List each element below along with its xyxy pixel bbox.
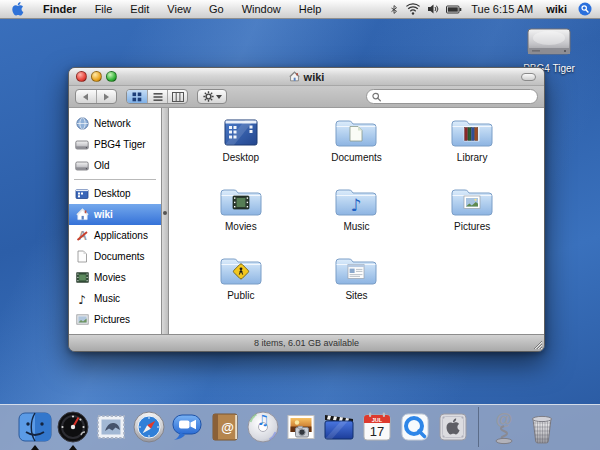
fast-user-switch-menu[interactable]: wiki	[542, 3, 571, 15]
dock-safari[interactable]	[130, 407, 168, 447]
search-icon	[372, 92, 381, 102]
forward-button[interactable]	[96, 90, 117, 103]
quicktime-icon	[397, 409, 433, 445]
item-movies[interactable]: Movies	[183, 183, 299, 252]
search-input[interactable]	[384, 91, 532, 102]
item-desktop[interactable]: Desktop	[183, 114, 299, 183]
window-titlebar[interactable]: wiki	[69, 68, 544, 86]
at-spring-icon: @	[486, 409, 522, 445]
dock-iphoto[interactable]	[282, 407, 320, 447]
home-icon	[75, 208, 89, 221]
spotlight-icon[interactable]	[578, 0, 592, 18]
finder-window: wiki	[68, 67, 545, 352]
apple-logo-icon	[12, 2, 24, 16]
menu-window[interactable]: Window	[233, 0, 290, 18]
menu-bar: Finder File Edit View Go Window Help	[0, 0, 600, 19]
dock-imovie[interactable]	[320, 407, 358, 447]
sidebar-item-label: Applications	[94, 230, 148, 241]
sidebar-item-label: Desktop	[94, 188, 131, 199]
item-music[interactable]: ♪ Music	[299, 183, 415, 252]
document-icon	[75, 250, 89, 263]
volume-icon[interactable]	[427, 0, 439, 18]
back-button[interactable]	[76, 90, 96, 103]
apple-menu[interactable]	[0, 0, 34, 18]
menu-finder[interactable]: Finder	[34, 0, 86, 18]
sidebar-item-label: Movies	[94, 272, 126, 283]
icon-view-button[interactable]	[127, 90, 147, 103]
search-field[interactable]	[366, 89, 538, 104]
item-pictures[interactable]: Pictures	[414, 183, 530, 252]
ical-icon: JUL 17	[359, 409, 395, 445]
item-label: Library	[457, 152, 488, 163]
action-menu-button[interactable]	[197, 89, 227, 104]
network-icon	[75, 117, 89, 130]
bluetooth-icon[interactable]	[389, 0, 399, 18]
item-label: Public	[227, 290, 254, 301]
wifi-icon[interactable]	[406, 0, 420, 18]
dock-ichat[interactable]	[168, 407, 206, 447]
chevron-down-icon	[216, 95, 222, 99]
sidebar-item-label: wiki	[94, 209, 113, 220]
movies-folder-icon	[218, 183, 264, 220]
dock-dashboard[interactable]	[54, 407, 92, 447]
pictures-folder-icon	[449, 183, 495, 220]
toolbar-toggle-button[interactable]	[521, 73, 536, 81]
menu-help[interactable]: Help	[290, 0, 331, 18]
documents-folder-icon	[333, 114, 379, 151]
item-documents[interactable]: Documents	[299, 114, 415, 183]
sidebar-item-music[interactable]: ♪ Music	[69, 288, 161, 309]
imovie-icon	[321, 409, 357, 445]
dock-finder[interactable]	[16, 407, 54, 447]
dock-itunes[interactable]: ♫	[244, 407, 282, 447]
dock-quicktime[interactable]	[396, 407, 434, 447]
sidebar-item-pbg4-tiger[interactable]: PBG4 Tiger	[69, 134, 161, 155]
sidebar-item-movies[interactable]: Movies	[69, 267, 161, 288]
sidebar-item-label: Network	[94, 118, 131, 129]
menu-bar-left: Finder File Edit View Go Window Help	[0, 0, 330, 18]
dock-mail[interactable]	[92, 407, 130, 447]
sidebar-item-documents[interactable]: Documents	[69, 246, 161, 267]
dock-system-preferences[interactable]	[434, 407, 472, 447]
sidebar-item-wiki[interactable]: wiki	[69, 204, 161, 225]
sidebar-item-network[interactable]: Network	[69, 113, 161, 134]
applications-icon: A	[75, 229, 89, 242]
finder-icon	[17, 409, 53, 445]
sidebar-divider[interactable]	[161, 108, 169, 334]
sidebar-item-applications[interactable]: A Applications	[69, 225, 161, 246]
menu-edit[interactable]: Edit	[121, 0, 158, 18]
itunes-icon: ♫	[245, 409, 281, 445]
svg-text:♫: ♫	[257, 412, 270, 428]
battery-icon[interactable]	[446, 0, 462, 18]
mail-icon	[93, 409, 129, 445]
item-label: Documents	[331, 152, 382, 163]
item-public[interactable]: Public	[183, 252, 299, 321]
column-view-button[interactable]	[167, 90, 187, 103]
dock-separator	[478, 407, 479, 447]
zoom-button[interactable]	[106, 71, 117, 82]
sites-folder-icon	[333, 252, 379, 289]
menu-view[interactable]: View	[158, 0, 200, 18]
close-button[interactable]	[76, 71, 87, 82]
dock-url-shortcut[interactable]: @	[485, 407, 523, 447]
sidebar-item-pictures[interactable]: Pictures	[69, 309, 161, 330]
menu-bar-clock[interactable]: Tue 6:15 AM	[469, 3, 535, 15]
item-library[interactable]: Library	[414, 114, 530, 183]
menu-go[interactable]: Go	[200, 0, 233, 18]
item-sites[interactable]: Sites	[299, 252, 415, 321]
sidebar-item-desktop[interactable]: Desktop	[69, 183, 161, 204]
dock-address-book[interactable]: @	[206, 407, 244, 447]
running-indicator	[69, 445, 77, 450]
sidebar-item-old[interactable]: Old	[69, 155, 161, 176]
dock-ical[interactable]: JUL 17	[358, 407, 396, 447]
svg-text:@: @	[221, 420, 234, 435]
status-bar: 8 items, 6.01 GB available	[69, 334, 544, 351]
divider-knob	[163, 211, 167, 215]
list-view-button[interactable]	[147, 90, 167, 103]
dock-trash[interactable]	[523, 407, 561, 447]
sidebar-item-label: Music	[94, 293, 120, 304]
minimize-button[interactable]	[91, 71, 102, 82]
ichat-icon	[169, 409, 205, 445]
menu-file[interactable]: File	[86, 0, 122, 18]
resize-grip[interactable]	[531, 338, 543, 350]
window-body: Network PBG4 Tiger Old Desktop	[69, 108, 544, 334]
